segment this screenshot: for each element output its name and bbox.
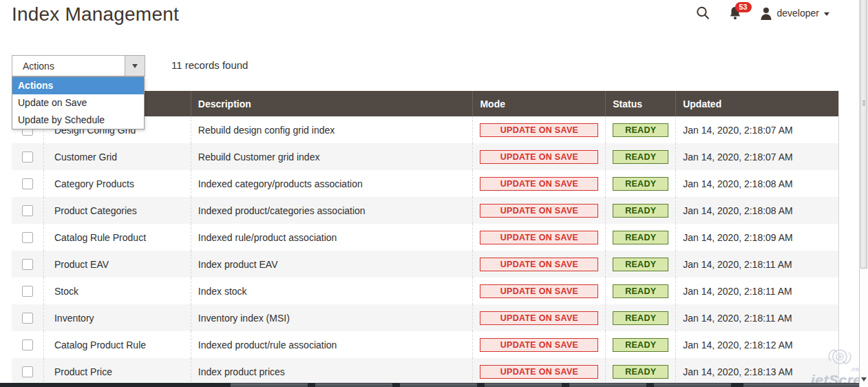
row-checkbox[interactable] bbox=[22, 366, 33, 377]
description-cell: Index product prices bbox=[191, 358, 473, 385]
row-checkbox[interactable] bbox=[22, 259, 33, 270]
chevron-down-icon bbox=[824, 12, 829, 16]
table-row: Product Price Index product prices UPDAT… bbox=[12, 358, 838, 385]
scroll-down-arrow-icon[interactable] bbox=[861, 377, 867, 381]
actions-dropdown-option[interactable]: Update by Schedule bbox=[12, 112, 144, 129]
updated-cell: Jan 14, 2020, 2:18:11 AM bbox=[675, 304, 838, 331]
row-checkbox[interactable] bbox=[22, 339, 33, 351]
status-badge: READY bbox=[613, 311, 668, 325]
mode-cell: UPDATE ON SAVE bbox=[472, 116, 605, 143]
actions-dropdown-option[interactable]: Actions bbox=[12, 77, 144, 94]
status-cell: READY bbox=[605, 304, 675, 331]
actions-dropdown-option[interactable]: Update on Save bbox=[12, 94, 144, 112]
description-cell: Index product EAV bbox=[191, 251, 473, 278]
status-cell: READY bbox=[605, 197, 675, 224]
mode-cell: UPDATE ON SAVE bbox=[472, 358, 605, 385]
indexer-name-cell: Product Price bbox=[43, 358, 191, 385]
updated-cell: Jan 14, 2020, 2:18:08 AM bbox=[675, 170, 838, 197]
row-select-cell bbox=[12, 143, 43, 170]
row-checkbox[interactable] bbox=[22, 205, 33, 216]
indexer-name-cell: Category Products bbox=[43, 170, 191, 197]
records-found-label: 11 records found bbox=[171, 59, 248, 71]
admin-header-actions: 53 developer bbox=[695, 6, 830, 21]
mode-badge: UPDATE ON SAVE bbox=[480, 150, 598, 164]
header-cell-description[interactable]: Description bbox=[191, 91, 473, 116]
notifications-bell-icon[interactable]: 53 bbox=[728, 6, 742, 21]
table-row: Product EAV Index product EAV UPDATE ON … bbox=[12, 251, 838, 278]
description-cell: Indexed rule/product association bbox=[191, 224, 473, 251]
row-select-cell bbox=[12, 278, 43, 304]
row-checkbox[interactable] bbox=[22, 313, 33, 324]
notification-count-badge: 53 bbox=[735, 2, 752, 12]
grid-body: Design Config Grid Rebuild design config… bbox=[12, 116, 838, 385]
indexer-name-cell: Stock bbox=[43, 278, 191, 304]
updated-cell: Jan 14, 2020, 2:18:09 AM bbox=[675, 224, 838, 251]
updated-cell: Jan 14, 2020, 2:18:12 AM bbox=[675, 331, 838, 358]
mode-badge: UPDATE ON SAVE bbox=[480, 284, 598, 298]
indexer-name-cell: Inventory bbox=[43, 304, 191, 331]
header-cell-status[interactable]: Status bbox=[605, 91, 675, 116]
updated-cell: Jan 14, 2020, 2:18:07 AM bbox=[675, 143, 838, 170]
indexer-name-cell: Product EAV bbox=[43, 251, 191, 278]
row-checkbox[interactable] bbox=[22, 232, 33, 243]
search-icon[interactable] bbox=[695, 6, 710, 21]
description-cell: Rebuild design config grid index bbox=[191, 116, 473, 143]
status-badge: READY bbox=[613, 258, 668, 271]
mode-cell: UPDATE ON SAVE bbox=[472, 278, 605, 304]
status-badge: READY bbox=[613, 150, 668, 164]
mode-badge: UPDATE ON SAVE bbox=[480, 177, 598, 191]
table-row: Catalog Product Rule Indexed product/rul… bbox=[12, 331, 838, 358]
status-badge: READY bbox=[613, 177, 668, 191]
status-badge: READY bbox=[613, 338, 668, 352]
row-checkbox[interactable] bbox=[22, 178, 33, 189]
row-select-cell bbox=[12, 170, 43, 197]
index-management-grid: Description Mode Status Updated Design C… bbox=[12, 91, 839, 385]
scrollbar-grip-icon bbox=[862, 101, 865, 107]
status-badge: READY bbox=[613, 123, 668, 137]
user-account-menu[interactable]: developer bbox=[760, 7, 830, 20]
status-cell: READY bbox=[605, 251, 675, 278]
mode-badge: UPDATE ON SAVE bbox=[480, 123, 598, 137]
row-select-cell bbox=[12, 358, 43, 385]
actions-select[interactable]: Actions bbox=[12, 55, 145, 76]
table-row: Customer Grid Rebuild Customer grid inde… bbox=[12, 143, 838, 170]
row-select-cell bbox=[12, 197, 43, 224]
indexer-name-cell: Catalog Product Rule bbox=[43, 331, 191, 358]
table-row: Product Categories Indexed product/categ… bbox=[12, 197, 838, 224]
mode-badge: UPDATE ON SAVE bbox=[480, 338, 598, 352]
status-cell: READY bbox=[605, 170, 675, 197]
vertical-scrollbar[interactable] bbox=[859, 0, 868, 387]
description-cell: Inventory index (MSI) bbox=[191, 304, 473, 331]
row-select-cell bbox=[12, 224, 43, 251]
description-cell: Index stock bbox=[191, 278, 473, 304]
mode-cell: UPDATE ON SAVE bbox=[472, 224, 605, 251]
status-badge: READY bbox=[613, 365, 668, 379]
user-avatar-icon bbox=[760, 7, 772, 20]
header-cell-mode[interactable]: Mode bbox=[472, 91, 605, 116]
mode-cell: UPDATE ON SAVE bbox=[472, 304, 605, 331]
updated-cell: Jan 14, 2020, 2:18:08 AM bbox=[675, 197, 838, 224]
magnifier-glyph bbox=[695, 6, 710, 21]
indexer-name-cell: Product Categories bbox=[43, 197, 191, 224]
actions-dropdown-list: Actions Update on Save Update by Schedul… bbox=[12, 76, 145, 129]
actions-select-arrow-button[interactable] bbox=[125, 56, 145, 76]
row-checkbox[interactable] bbox=[22, 151, 33, 163]
row-select-cell bbox=[12, 304, 43, 331]
status-badge: READY bbox=[613, 231, 668, 244]
status-cell: READY bbox=[605, 143, 675, 170]
header-cell-updated[interactable]: Updated bbox=[675, 91, 838, 116]
scrollbar-thumb[interactable] bbox=[860, 0, 867, 269]
taskbar-edge bbox=[0, 383, 868, 387]
row-select-cell bbox=[12, 251, 43, 278]
mode-cell: UPDATE ON SAVE bbox=[472, 143, 605, 170]
mode-badge: UPDATE ON SAVE bbox=[480, 365, 598, 379]
row-checkbox[interactable] bbox=[22, 286, 33, 297]
status-cell: READY bbox=[605, 278, 675, 304]
description-cell: Rebuild Customer grid index bbox=[191, 143, 473, 170]
mode-badge: UPDATE ON SAVE bbox=[480, 204, 598, 218]
description-cell: Indexed product/categories association bbox=[191, 197, 473, 224]
indexer-name-cell: Customer Grid bbox=[43, 143, 191, 170]
updated-cell: Jan 14, 2020, 2:18:11 AM bbox=[675, 278, 838, 304]
updated-cell: Jan 14, 2020, 2:18:11 AM bbox=[675, 251, 838, 278]
status-cell: READY bbox=[605, 116, 675, 143]
